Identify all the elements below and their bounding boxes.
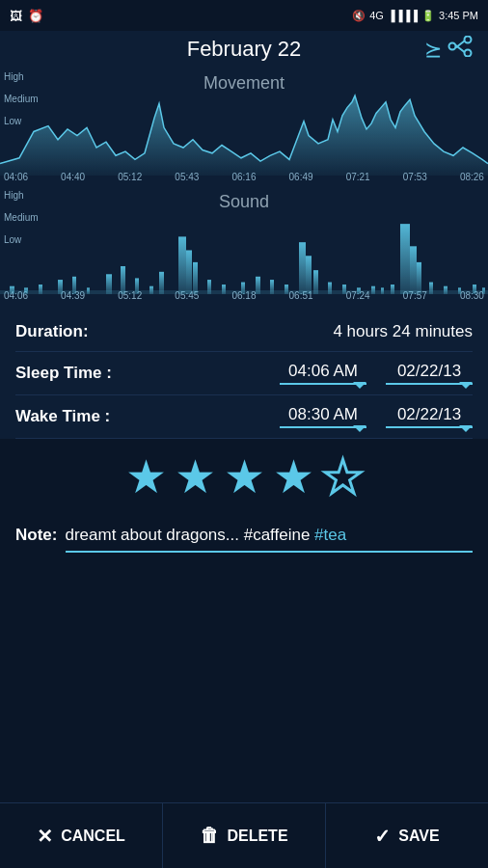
star-3[interactable]: ★ (224, 454, 265, 501)
movement-chart: High Medium Low Movement (0, 68, 488, 174)
sound-y-axis: High Medium Low (4, 190, 39, 245)
sound-medium-label: Medium (4, 212, 39, 223)
note-text[interactable]: dreamt about dragons... #caffeine #tea (65, 524, 473, 547)
sound-title: Sound (219, 192, 269, 212)
save-icon: ✓ (374, 825, 391, 848)
status-icons-left: 🖼 ⏰ (10, 9, 43, 23)
svg-point-2 (449, 43, 456, 50)
sleep-time-value[interactable]: 04:06 AM (280, 362, 366, 385)
signal-icon: ▐▐▐▐ (388, 10, 418, 21)
bottom-bar: ✕ CANCEL 🗑 DELETE ✓ SAVE (0, 802, 488, 868)
svg-line-4 (456, 45, 465, 52)
sleep-date-value[interactable]: 02/22/13 (386, 362, 473, 385)
note-row: Note: dreamt about dragons... #caffeine … (15, 524, 473, 547)
wake-time-value[interactable]: 08:30 AM (280, 405, 366, 428)
sound-high-label: High (4, 190, 39, 201)
delete-label: DELETE (227, 827, 287, 845)
hashtag-tea: #tea (314, 526, 346, 544)
cancel-icon: ✕ (37, 825, 53, 848)
sound-low-label: Low (4, 234, 39, 245)
data-section: Duration: 4 hours 24 minutes Sleep Time … (0, 305, 488, 439)
sleep-time-input[interactable]: 04:06 AM (280, 362, 366, 385)
star-1[interactable]: ★ (125, 454, 167, 501)
movement-title: Movement (203, 73, 285, 94)
wake-time-row: Wake Time : 08:30 AM 02/22/13 (15, 395, 473, 439)
delete-button[interactable]: 🗑 DELETE (163, 803, 326, 868)
star-2[interactable]: ★ (175, 454, 216, 501)
save-label: SAVE (398, 827, 439, 845)
svg-point-1 (465, 50, 472, 57)
sound-chart: High Medium Low Sound (0, 186, 488, 292)
status-bar: 🖼 ⏰ 🔇 4G ▐▐▐▐ 🔋 3:45 PM (0, 0, 488, 31)
wake-time-label: Wake Time : (15, 407, 110, 426)
page-title: February 22 (187, 37, 302, 62)
duration-row: Duration: 4 hours 24 minutes (15, 312, 473, 352)
wake-time-group: 08:30 AM 02/22/13 (280, 405, 473, 428)
delete-icon: 🗑 (200, 825, 219, 847)
star-4[interactable]: ★ (273, 454, 314, 501)
movement-y-axis: High Medium Low (4, 71, 39, 126)
movement-low-label: Low (4, 116, 39, 126)
wake-date-value[interactable]: 02/22/13 (386, 405, 473, 428)
note-underline (66, 551, 473, 553)
cancel-button[interactable]: ✕ CANCEL (0, 803, 163, 868)
sleep-date-input[interactable]: 02/22/13 (386, 362, 473, 385)
header: February 22 ⪰ (0, 31, 488, 68)
sleep-time-label: Sleep Time : (15, 364, 112, 383)
cancel-label: CANCEL (61, 827, 125, 845)
star-5[interactable]: ★ (322, 454, 364, 501)
sleep-time-row: Sleep Time : 04:06 AM 02/22/13 (15, 352, 473, 395)
time-display: 3:45 PM (439, 10, 478, 21)
status-icons-right: 🔇 4G ▐▐▐▐ 🔋 3:45 PM (352, 10, 478, 22)
alarm-icon: ⏰ (28, 9, 43, 23)
wake-date-input[interactable]: 02/22/13 (386, 405, 473, 428)
mute-icon: 🔇 (352, 10, 366, 22)
duration-label: Duration: (15, 322, 89, 341)
battery-icon: 🔋 (421, 10, 435, 22)
charts-area: High Medium Low Movement 04:06 04:40 05:… (0, 68, 488, 305)
sleep-time-group: 04:06 AM 02/22/13 (280, 362, 473, 385)
duration-value: 4 hours 24 minutes (333, 322, 473, 341)
wake-time-input[interactable]: 08:30 AM (280, 405, 366, 428)
note-label: Note: (15, 524, 57, 545)
movement-medium-label: Medium (4, 94, 39, 104)
note-section: Note: dreamt about dragons... #caffeine … (0, 516, 488, 568)
rating-section[interactable]: ★ ★ ★ ★ ★ (0, 439, 488, 516)
network-label: 4G (369, 10, 384, 21)
share-icon[interactable]: ⪰ (424, 36, 473, 63)
gallery-icon: 🖼 (10, 9, 22, 23)
movement-high-label: High (4, 71, 39, 82)
save-button[interactable]: ✓ SAVE (326, 803, 488, 868)
svg-point-0 (465, 37, 472, 43)
